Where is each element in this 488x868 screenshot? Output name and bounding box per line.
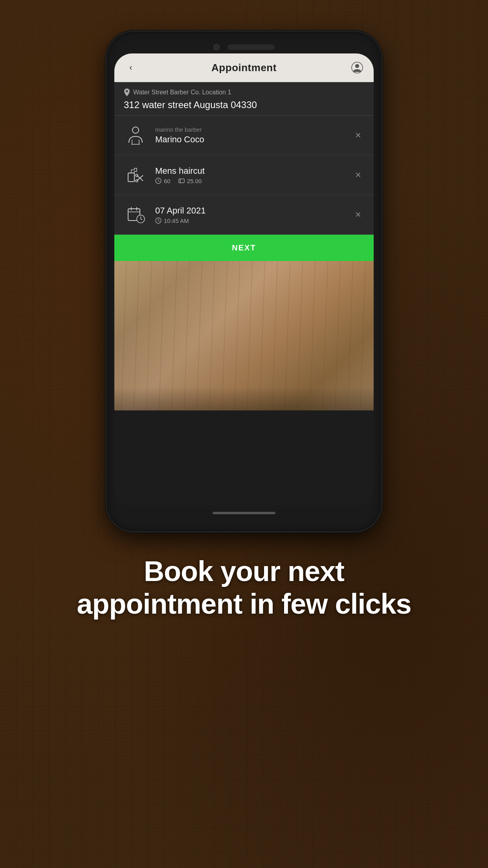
phone-camera — [213, 44, 220, 50]
location-pin-icon — [124, 88, 130, 96]
profile-icon — [351, 62, 363, 74]
service-meta: 60 25.00 — [155, 178, 352, 184]
app-content: marino the barber Marino Coco ✕ — [114, 116, 374, 410]
back-arrow-icon: ‹ — [129, 63, 132, 73]
svg-point-2 — [132, 127, 139, 133]
remove-datetime-button[interactable]: ✕ — [352, 208, 364, 221]
caption-line1: Book your next appointment in few clicks — [77, 555, 411, 620]
barber-info: marino the barber Marino Coco — [155, 126, 352, 145]
phone-frame: ‹ Appointment Water Street Barber Co. Lo… — [106, 31, 382, 531]
service-info: Mens haircut 60 — [155, 166, 352, 184]
back-button[interactable]: ‹ — [124, 61, 138, 75]
service-price: 25.00 — [178, 178, 202, 184]
barber-avatar-icon — [124, 123, 147, 147]
bottom-caption: Book your next appointment in few clicks — [53, 555, 435, 620]
profile-button[interactable] — [350, 61, 364, 75]
home-indicator — [213, 512, 275, 514]
close-service-icon: ✕ — [355, 170, 361, 180]
svg-line-13 — [158, 181, 160, 182]
datetime-icon — [124, 203, 147, 226]
phone-speaker — [227, 44, 275, 50]
price-tag-icon — [178, 178, 185, 184]
service-icon — [124, 163, 147, 187]
barber-name: Marino Coco — [155, 134, 352, 145]
next-label: NEXT — [232, 243, 256, 252]
shop-image — [114, 261, 374, 410]
svg-rect-14 — [179, 179, 184, 183]
close-barber-icon: ✕ — [355, 131, 361, 140]
appointment-date: 07 April 2021 — [155, 206, 352, 216]
service-svg-icon — [125, 164, 146, 186]
svg-line-25 — [158, 221, 160, 221]
datetime-info: 07 April 2021 10:45 AM — [155, 206, 352, 224]
location-label: Water Street Barber Co. Location 1 — [124, 88, 364, 96]
appointment-time: 10:45 AM — [155, 217, 189, 224]
page-title: Appointment — [211, 62, 277, 74]
phone-top — [114, 39, 374, 53]
barber-svg-icon — [125, 125, 146, 146]
phone-bottom — [114, 506, 374, 524]
datetime-meta: 10:45 AM — [155, 217, 352, 224]
svg-rect-6 — [128, 173, 134, 182]
close-datetime-icon: ✕ — [355, 210, 361, 219]
location-address: 312 water street Augusta 04330 — [124, 99, 364, 110]
calendar-svg-icon — [125, 204, 146, 225]
phone-screen: ‹ Appointment Water Street Barber Co. Lo… — [114, 53, 374, 506]
remove-barber-button[interactable]: ✕ — [352, 129, 364, 142]
location-banner: Water Street Barber Co. Location 1 312 w… — [114, 82, 374, 116]
clock-icon — [155, 178, 161, 184]
barber-row: marino the barber Marino Coco ✕ — [114, 116, 374, 155]
service-name: Mens haircut — [155, 166, 352, 176]
datetime-row: 07 April 2021 10:45 AM ✕ — [114, 195, 374, 235]
svg-point-1 — [355, 64, 359, 68]
app-header: ‹ Appointment — [114, 53, 374, 82]
time-clock-icon — [155, 217, 161, 224]
service-row: Mens haircut 60 — [114, 155, 374, 195]
service-duration: 60 — [155, 178, 171, 184]
remove-service-button[interactable]: ✕ — [352, 169, 364, 181]
next-button[interactable]: NEXT — [114, 235, 374, 261]
barber-subtitle: marino the barber — [155, 126, 352, 133]
